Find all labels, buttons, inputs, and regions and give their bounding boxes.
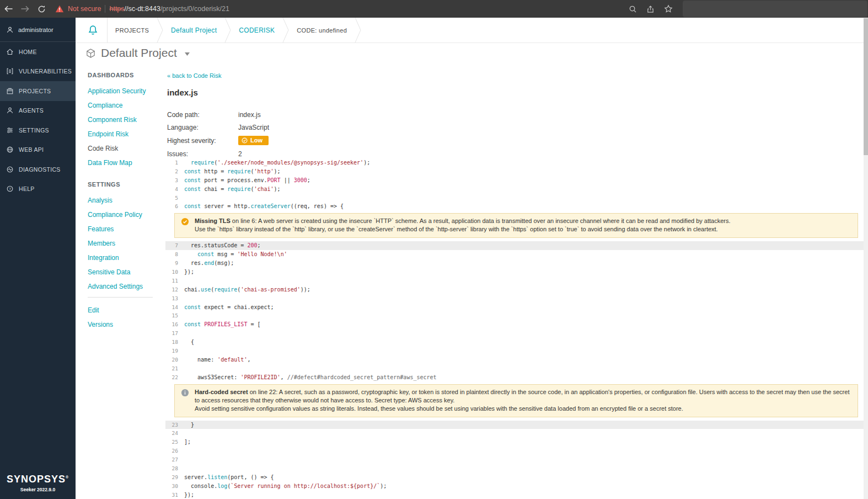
line-number: 6 <box>165 202 184 211</box>
subnav-divider <box>88 297 153 298</box>
favorite-star-icon[interactable] <box>664 4 673 13</box>
back-to-code-risk-link[interactable]: « back to Code Risk <box>167 72 221 79</box>
sidebar-item-web-api[interactable]: WEB API <box>0 140 76 160</box>
subnav-item-endpoint-risk[interactable]: Endpoint Risk <box>88 130 160 138</box>
subnav-item-members[interactable]: Members <box>88 240 160 247</box>
url-scheme: https <box>109 5 124 13</box>
subnav-item-compliance-policy[interactable]: Compliance Policy <box>88 211 160 219</box>
sidebar-item-label: SETTINGS <box>19 127 49 134</box>
breadcrumb-item-code-undefined: CODE: undefined <box>289 27 355 34</box>
subnav-item-integration[interactable]: Integration <box>88 254 160 262</box>
warning-triangle-icon <box>55 5 64 13</box>
line-number: 14 <box>165 303 184 312</box>
line-number: 10 <box>165 268 184 277</box>
url-host: //sc-dt:8443 <box>125 5 160 13</box>
sidebar-item-label: HOME <box>19 49 37 55</box>
subnav-item-component-risk[interactable]: Component Risk <box>88 116 160 124</box>
subnav-item-analysis[interactable]: Analysis <box>88 197 160 204</box>
webapi-icon <box>6 146 14 153</box>
line-number: 13 <box>165 294 184 303</box>
breadcrumb-item-default-project[interactable]: Default Project <box>163 26 224 34</box>
sidebar-item-home[interactable]: HOME <box>0 42 76 62</box>
diagnostics-icon <box>6 166 14 173</box>
subnav-item-application-security[interactable]: Application Security <box>88 87 160 95</box>
code-text: chai.use(require('chai-as-promised')); <box>184 285 310 294</box>
issue-remediation: Use the `https` library instead of the `… <box>195 225 850 233</box>
line-number: 19 <box>165 347 184 355</box>
severity-badge-label: Low <box>250 137 262 144</box>
sidebar-item-agents[interactable]: AGENTS <box>0 101 76 121</box>
line-number: 2 <box>165 167 184 176</box>
subnav-item-advanced-settings[interactable]: Advanced Settings <box>88 283 160 290</box>
detail-row-code-path: Code path:index.js <box>167 110 269 119</box>
agents-icon <box>6 107 14 114</box>
breadcrumb-bar: PROJECTSDefault ProjectCODERISKCODE: und… <box>76 18 868 43</box>
subnav-item-compliance[interactable]: Compliance <box>88 102 160 109</box>
code-text: }); <box>184 491 194 499</box>
sidebar-item-diagnostics[interactable]: DIAGNOSTICS <box>0 160 76 179</box>
detail-row-highest-severity: Highest severity:Low <box>167 136 269 145</box>
code-line-19: 19 <box>165 347 864 355</box>
code-line-3: 3const port = process.env.PORT || 3000; <box>165 176 864 185</box>
subnav-item-data-flow-map[interactable]: Data Flow Map <box>88 159 160 167</box>
code-text: }); <box>184 268 194 277</box>
sidebar-item-vulnerabilities[interactable]: VULNERABILITIES <box>0 62 76 82</box>
project-dropdown-caret-icon[interactable] <box>185 52 190 56</box>
scrollbar-thumb[interactable] <box>864 18 868 155</box>
code-line-28: 28 <box>165 464 864 473</box>
subnav-item-edit[interactable]: Edit <box>88 306 160 314</box>
code-line-21: 21 <box>165 364 864 373</box>
line-number: 27 <box>165 455 184 464</box>
browser-reload-icon[interactable] <box>33 0 50 18</box>
subnav: DASHBOARDSApplication SecurityCompliance… <box>88 67 160 335</box>
issue-annotation-missing-tls: Missing TLS on line 6: A web server is c… <box>174 213 858 238</box>
line-number: 24 <box>165 429 184 438</box>
url-text: https//sc-dt:8443/projects/0/coderisk/21 <box>109 5 229 13</box>
breadcrumb-item-projects: PROJECTS <box>108 27 157 34</box>
zoom-search-icon[interactable] <box>629 5 637 13</box>
browser-forward-icon[interactable] <box>17 0 33 18</box>
sidebar-user[interactable]: administrator <box>0 18 76 42</box>
line-number: 30 <box>165 482 184 491</box>
content-header: « back to Code Risk index.js Code path:i… <box>167 70 269 162</box>
code-text: const msg = 'Hello Node!\n' <box>184 250 287 259</box>
sidebar-item-settings[interactable]: SETTINGS <box>0 120 76 140</box>
sidebar-item-help[interactable]: ?HELP <box>0 179 76 199</box>
code-line-16: 16const PROFILES_LIST = [ <box>165 320 864 329</box>
line-number: 28 <box>165 464 184 473</box>
code-line-10: 10}); <box>165 268 864 277</box>
breadcrumb-separator-icon <box>355 18 361 43</box>
line-number: 5 <box>165 194 184 203</box>
page-title-row: Default Project <box>85 46 190 60</box>
notifications-bell-icon[interactable] <box>88 25 98 35</box>
file-title: index.js <box>167 88 269 97</box>
page-scrollbar[interactable] <box>864 18 868 499</box>
line-number: 8 <box>165 250 184 259</box>
sidebar-item-projects[interactable]: PROJECTS <box>0 81 76 101</box>
subnav-item-sensitive-data[interactable]: Sensitive Data <box>88 268 160 276</box>
issue-remediation: Avoid setting sensitive configuration va… <box>195 405 850 413</box>
detail-value: 2 <box>238 150 242 158</box>
code-line-4: 4const chai = require('chai'); <box>165 185 864 194</box>
app-version: Seeker 2022.9.0 <box>0 487 76 492</box>
subnav-item-versions[interactable]: Versions <box>88 321 160 328</box>
code-viewer: 1 require('./seeker/node_modules/@synops… <box>165 158 864 499</box>
code-line-11: 11 <box>165 277 864 285</box>
share-icon[interactable] <box>646 5 655 13</box>
line-number: 15 <box>165 311 184 320</box>
code-line-6: 6const server = http.createServer((req, … <box>165 202 864 211</box>
code-text: res.statusCode = 200; <box>184 241 260 250</box>
browser-back-icon[interactable] <box>0 0 17 18</box>
subnav-item-features[interactable]: Features <box>88 225 160 233</box>
line-number: 3 <box>165 176 184 185</box>
browser-chrome: Not secure https//sc-dt:8443/projects/0/… <box>0 0 868 18</box>
code-text: const http = require('http'); <box>184 167 281 176</box>
breadcrumb-item-coderisk[interactable]: CODERISK <box>231 26 282 34</box>
code-line-25: 25]; <box>165 438 864 447</box>
issue-description: Missing TLS on line 6: A web server is c… <box>195 217 850 225</box>
detail-label: Highest severity: <box>167 137 238 145</box>
subnav-item-code-risk[interactable]: Code Risk <box>88 145 160 152</box>
address-bar[interactable]: Not secure https//sc-dt:8443/projects/0/… <box>55 5 229 13</box>
issue-title: Missing TLS <box>195 217 231 224</box>
settings-icon <box>6 126 14 134</box>
